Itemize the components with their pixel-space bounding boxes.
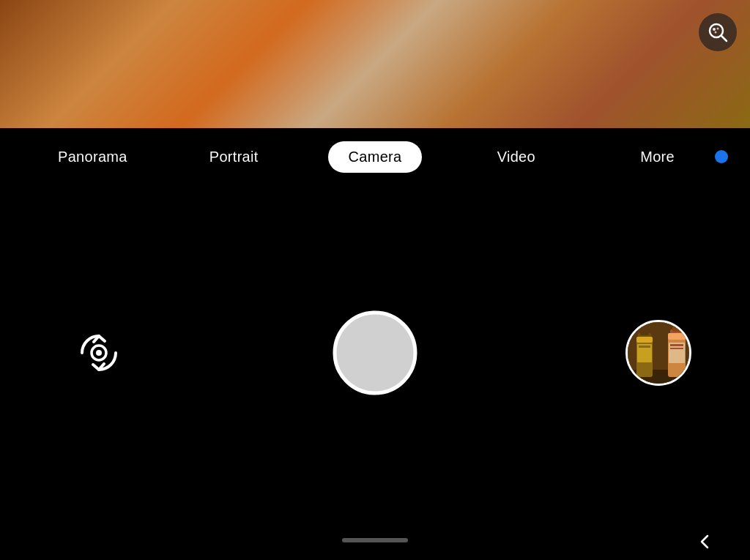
svg-point-3 xyxy=(717,28,719,30)
svg-line-1 xyxy=(721,36,727,41)
gallery-image-svg xyxy=(628,322,691,386)
mode-portrait-label: Portrait xyxy=(209,149,259,165)
svg-rect-13 xyxy=(639,346,650,348)
svg-rect-18 xyxy=(670,344,683,346)
mode-panorama-label: Panorama xyxy=(58,149,127,165)
mode-selector-bar: Panorama Portrait Camera Video More xyxy=(0,128,750,185)
gallery-thumbnail[interactable] xyxy=(625,320,691,386)
back-chevron-icon xyxy=(697,534,713,550)
flip-camera-icon xyxy=(73,327,125,378)
notification-dot xyxy=(715,150,728,163)
svg-rect-20 xyxy=(636,337,653,343)
mode-panorama[interactable]: Panorama xyxy=(22,128,163,185)
mode-camera[interactable]: Camera xyxy=(305,128,446,185)
svg-rect-16 xyxy=(672,326,681,332)
svg-point-6 xyxy=(96,350,102,356)
svg-point-2 xyxy=(713,28,716,31)
mode-more[interactable]: More xyxy=(587,128,728,185)
mode-portrait[interactable]: Portrait xyxy=(163,128,305,185)
home-indicator[interactable] xyxy=(342,538,408,542)
mode-more-label: More xyxy=(640,149,675,165)
shutter-button[interactable] xyxy=(333,310,417,395)
gallery-image xyxy=(628,322,689,384)
lens-search-icon xyxy=(708,22,728,42)
mode-video-label: Video xyxy=(497,149,535,165)
bottom-navigation-bar xyxy=(0,520,750,560)
svg-rect-21 xyxy=(668,333,686,340)
mode-video[interactable]: Video xyxy=(445,128,587,185)
flip-camera-button[interactable] xyxy=(70,324,128,382)
camera-viewfinder xyxy=(0,0,750,128)
svg-rect-11 xyxy=(640,329,649,335)
svg-point-4 xyxy=(715,31,717,34)
svg-rect-19 xyxy=(670,348,683,349)
viewfinder-image xyxy=(0,0,750,128)
mode-camera-label: Camera xyxy=(349,149,402,165)
lens-search-button[interactable] xyxy=(699,13,737,51)
camera-controls xyxy=(0,185,750,520)
back-button[interactable] xyxy=(697,534,713,550)
mode-camera-pill: Camera xyxy=(328,141,423,173)
